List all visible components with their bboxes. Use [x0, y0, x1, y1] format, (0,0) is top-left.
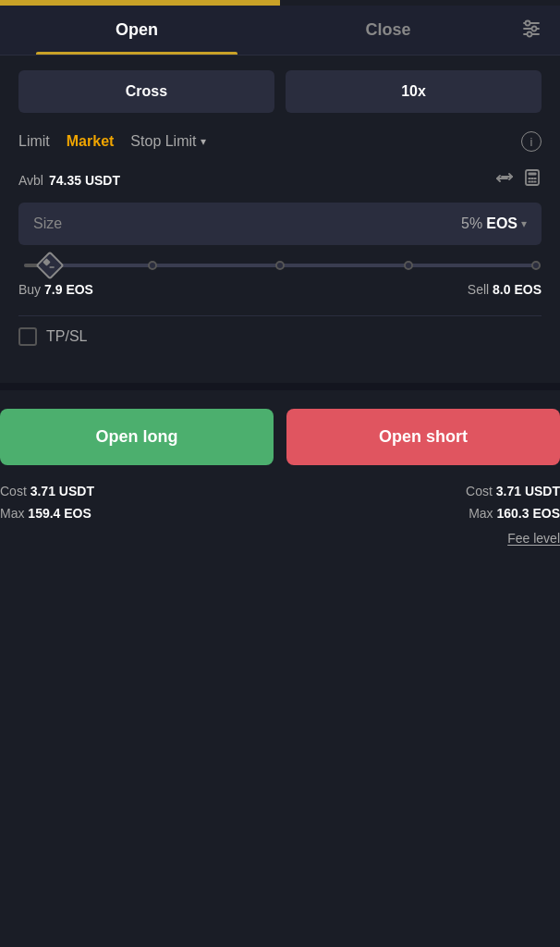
size-currency: EOS: [486, 215, 517, 232]
svg-rect-10: [534, 178, 537, 179]
avbl-row: Avbl 74.35 USDT: [18, 168, 542, 191]
order-type-row: Limit Market Stop Limit ▾ i: [18, 131, 542, 152]
action-section: Open long Open short Cost 3.71 USDT Cost…: [0, 390, 560, 547]
svg-rect-12: [531, 181, 534, 183]
size-percent: 5%: [461, 215, 482, 232]
tpsl-checkbox[interactable]: [18, 327, 37, 346]
long-max-info: Max 159.4 EOS: [0, 506, 91, 521]
sell-info: Sell 8.0 EOS: [468, 282, 542, 297]
fee-level-link[interactable]: Fee level: [507, 531, 560, 546]
cross-button[interactable]: Cross: [18, 70, 274, 113]
action-buttons: Open long Open short: [0, 409, 560, 465]
size-input-box[interactable]: Size 5% EOS ▾: [18, 203, 542, 245]
svg-point-5: [528, 32, 532, 37]
slider-container[interactable]: [18, 264, 542, 267]
buy-sell-row: Buy 7.9 EOS Sell 8.0 EOS: [18, 282, 542, 297]
svg-rect-7: [529, 173, 537, 176]
size-label: Size: [33, 215, 461, 232]
open-short-button[interactable]: Open short: [286, 409, 560, 465]
slider-track: [24, 264, 536, 267]
settings-icon[interactable]: [514, 10, 549, 50]
tab-row: Open Close: [0, 6, 560, 55]
size-chevron-icon: ▾: [521, 217, 527, 230]
short-max-info: Max 160.3 EOS: [469, 506, 560, 521]
svg-rect-8: [529, 178, 531, 179]
avbl-value: 74.35 USDT: [49, 173, 120, 188]
leverage-row: Cross 10x: [18, 70, 542, 113]
slider-tick-75: [404, 261, 413, 270]
calculator-icon[interactable]: [523, 168, 542, 191]
slider-thumb[interactable]: [40, 255, 60, 276]
chevron-down-icon: ▾: [201, 135, 206, 148]
main-content: Cross 10x Limit Market Stop Limit ▾ i Av…: [0, 55, 560, 383]
svg-rect-9: [531, 178, 534, 179]
fee-level-row: Fee level: [0, 530, 560, 547]
tab-close[interactable]: Close: [262, 6, 514, 55]
max-row: Max 159.4 EOS Max 160.3 EOS: [0, 506, 560, 521]
section-divider: [0, 383, 560, 390]
buy-info: Buy 7.9 EOS: [18, 282, 93, 297]
order-type-stop-limit[interactable]: Stop Limit ▾: [130, 133, 205, 150]
slider-tick-50: [275, 261, 285, 270]
tpsl-label: TP/SL: [46, 328, 87, 345]
svg-rect-11: [529, 181, 531, 183]
open-long-button[interactable]: Open long: [0, 409, 274, 465]
svg-rect-13: [534, 181, 537, 183]
info-icon[interactable]: i: [521, 131, 542, 152]
leverage-button[interactable]: 10x: [286, 70, 542, 113]
divider-1: [18, 315, 542, 316]
svg-point-3: [532, 27, 537, 31]
cost-row: Cost 3.71 USDT Cost 3.71 USDT: [0, 484, 560, 498]
avbl-label: Avbl: [18, 173, 43, 188]
slider-tick-25: [148, 261, 157, 270]
tpsl-row: TP/SL: [18, 327, 542, 346]
svg-point-1: [526, 21, 530, 26]
order-type-limit[interactable]: Limit: [18, 133, 50, 150]
long-cost-info: Cost 3.71 USDT: [0, 484, 94, 498]
avbl-icons: [495, 168, 542, 191]
order-type-market[interactable]: Market: [67, 133, 115, 150]
short-cost-info: Cost 3.71 USDT: [466, 484, 560, 498]
tab-open[interactable]: Open: [11, 6, 262, 55]
slider-tick-100: [531, 261, 541, 270]
transfer-icon[interactable]: [495, 168, 514, 191]
